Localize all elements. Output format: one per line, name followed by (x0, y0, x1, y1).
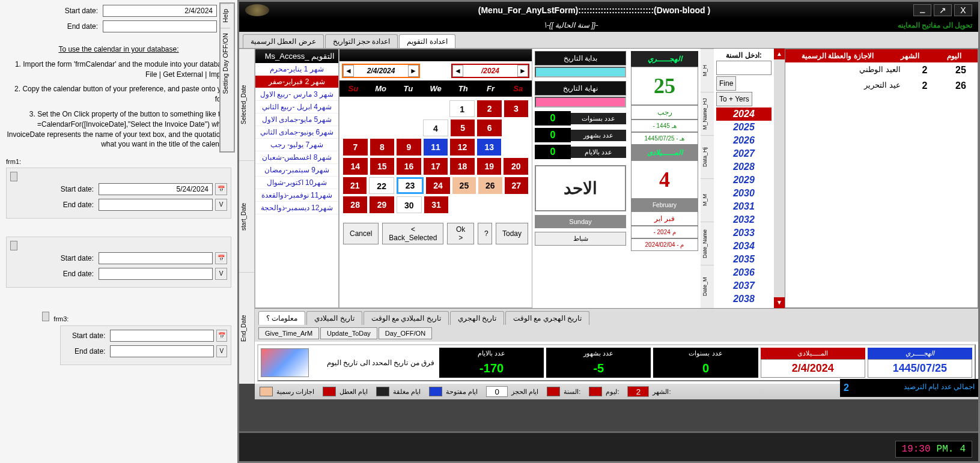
tab-calendar[interactable]: اعدادة التقويم (399, 34, 455, 48)
help-button[interactable]: ? (478, 223, 492, 244)
fine-button[interactable]: Fine (716, 76, 736, 91)
calendar-day[interactable]: 25 (452, 177, 476, 194)
next-month-button[interactable]: ► (408, 65, 419, 77)
tab-greg-datetime[interactable]: تاريخ الميلادي مع الوقت (364, 311, 449, 325)
vside2-item[interactable]: M_Name_HJ (701, 92, 714, 135)
calendar-day[interactable]: 6 (477, 120, 501, 136)
year-item[interactable]: 2037 (716, 279, 772, 292)
calendar-day[interactable]: 28 (343, 196, 367, 213)
year-input[interactable] (716, 61, 772, 75)
tab-reservations[interactable]: اعدادة حجز التواريخ (325, 34, 398, 48)
year-item[interactable]: 2024 (716, 107, 772, 121)
end-date-input[interactable] (103, 20, 217, 32)
calendar-day[interactable]: 23 (397, 177, 424, 194)
calendar-day[interactable]: 4 (423, 120, 448, 136)
frm3-start-input[interactable] (110, 330, 213, 342)
month-item[interactable]: شهر 3 مارس -ربيع الاول (255, 88, 338, 101)
frm3-end-input[interactable] (110, 345, 213, 357)
vside2-item[interactable]: M_H (701, 49, 714, 92)
month-item[interactable]: شهر10 اكتوبر-شوال (255, 177, 338, 189)
restore-icon[interactable]: ↗ (934, 4, 952, 16)
month-item[interactable]: شهر 2 فبراير-صفر (255, 76, 338, 88)
year-item[interactable]: 2035 (716, 253, 772, 266)
year-item[interactable]: 2032 (716, 213, 772, 226)
calendar-day[interactable]: 8 (370, 139, 395, 156)
calendar-day[interactable]: 31 (424, 196, 448, 213)
setting-tab[interactable]: Setting Day OFF/ON (221, 28, 230, 98)
frm2-start-input[interactable] (99, 252, 213, 264)
vside2-item[interactable]: Data_Hj (701, 135, 714, 178)
calendar-day[interactable]: 19 (477, 158, 502, 175)
frm1-start-input[interactable] (99, 183, 213, 195)
vside-start[interactable]: start_Date (239, 160, 254, 272)
scroll-down-icon[interactable]: ▼ (774, 297, 785, 308)
give-time-button[interactable]: Give_Time_ArM (258, 327, 319, 339)
year-item[interactable]: 2036 (716, 266, 772, 279)
month-item[interactable]: شهر9 سبتمبر-رمضان (255, 164, 338, 177)
calendar-day[interactable]: 12 (450, 139, 475, 156)
vside2-item[interactable]: Date_Name (701, 222, 714, 265)
calendar-day[interactable]: 9 (397, 139, 421, 156)
calendar-day[interactable]: 29 (370, 196, 394, 213)
year-item[interactable]: 2029 (716, 174, 772, 187)
calendar-day[interactable]: 13 (477, 139, 502, 156)
calendar-day[interactable]: 15 (370, 158, 395, 175)
update-today-button[interactable]: Update_ToDay (320, 327, 377, 339)
year-item[interactable]: 2031 (716, 200, 772, 213)
year-item[interactable]: 2028 (716, 160, 772, 174)
year-item[interactable]: 2034 (716, 240, 772, 253)
ok-button[interactable]: Ok > (447, 223, 474, 244)
calendar-day[interactable]: 27 (505, 177, 528, 194)
calendar-day[interactable]: 26 (478, 177, 502, 194)
today-button[interactable]: Today (496, 223, 528, 244)
year-item[interactable]: 2038 (716, 292, 772, 306)
calendar-day[interactable]: 1 (449, 100, 475, 117)
year-item[interactable]: 2033 (716, 226, 772, 240)
year-item[interactable]: 2027 (716, 147, 772, 160)
v-button[interactable]: V (215, 199, 227, 211)
vside-end[interactable]: End_Date (239, 272, 254, 384)
frm1-end-input[interactable] (99, 199, 213, 211)
minimize-icon[interactable]: ⎽ (913, 4, 931, 16)
frm2-end-input[interactable] (99, 268, 213, 280)
prev-month-button[interactable]: ◄ (343, 65, 354, 77)
calendar-icon[interactable]: 📅 (216, 330, 227, 342)
month-item[interactable]: شهر5 مايو-جمادى الاول (255, 113, 338, 126)
month-item[interactable]: شهر12 ديسمبر-ذوالحجة (255, 202, 338, 214)
year-item[interactable]: 2025 (716, 121, 772, 134)
calendar-icon[interactable]: 📅 (215, 183, 227, 195)
help-tab[interactable]: Help (221, 4, 230, 28)
tab-holidays[interactable]: عرض العطل الرسمية (243, 34, 324, 48)
calendar-day[interactable]: 30 (397, 196, 422, 213)
vside2-item[interactable]: M_M (701, 178, 714, 222)
month-input[interactable] (627, 386, 649, 397)
start-date-input[interactable] (103, 5, 217, 17)
scroll-up-icon[interactable]: ▲ (774, 49, 785, 59)
vside-selected[interactable]: Selected_Date (239, 49, 254, 160)
tab-hijri-datetime[interactable]: تاريخ الهجري مع الوقت (505, 311, 589, 325)
month-item[interactable]: شهر8 اغسطس-شعبان (255, 151, 338, 164)
prev-year-button[interactable]: ◄ (452, 65, 463, 77)
calendar-day[interactable]: 20 (504, 158, 528, 175)
month-item[interactable]: شهر4 ابريل -ربيع الثاني (255, 101, 338, 113)
calendar-icon[interactable]: 📅 (215, 252, 227, 264)
tab-hijri-date[interactable]: تاريخ الهجري (450, 311, 504, 325)
calendar-day[interactable]: 22 (369, 177, 394, 194)
year-item[interactable]: 2030 (716, 187, 772, 200)
calendar-day[interactable]: 2 (477, 100, 501, 117)
calendar-day[interactable]: 17 (424, 158, 448, 175)
day-off-on-button[interactable]: Day_OFF/ON (379, 327, 432, 339)
month-item[interactable]: شهر11 نوفمبر-ذوالقعدة (255, 189, 338, 202)
month-item[interactable]: شهر7 يوليو- رجب (255, 139, 338, 151)
record-nav-icon[interactable] (42, 312, 49, 321)
year-item[interactable]: 2026 (716, 134, 772, 147)
calendar-day[interactable]: 18 (450, 158, 475, 175)
calendar-day[interactable]: 16 (397, 158, 421, 175)
record-nav-icon[interactable] (10, 241, 17, 250)
v-button[interactable]: V (216, 345, 227, 357)
month-item[interactable]: شهر 1 يناير-محرم (255, 63, 338, 76)
to-years-button[interactable]: To + Yers (716, 92, 752, 106)
tab-greg-date[interactable]: تاريخ الميلادي (306, 311, 362, 325)
record-nav-icon[interactable] (10, 172, 17, 181)
month-item[interactable]: شهر6 يونيو-جمادى الثاني (255, 126, 338, 139)
